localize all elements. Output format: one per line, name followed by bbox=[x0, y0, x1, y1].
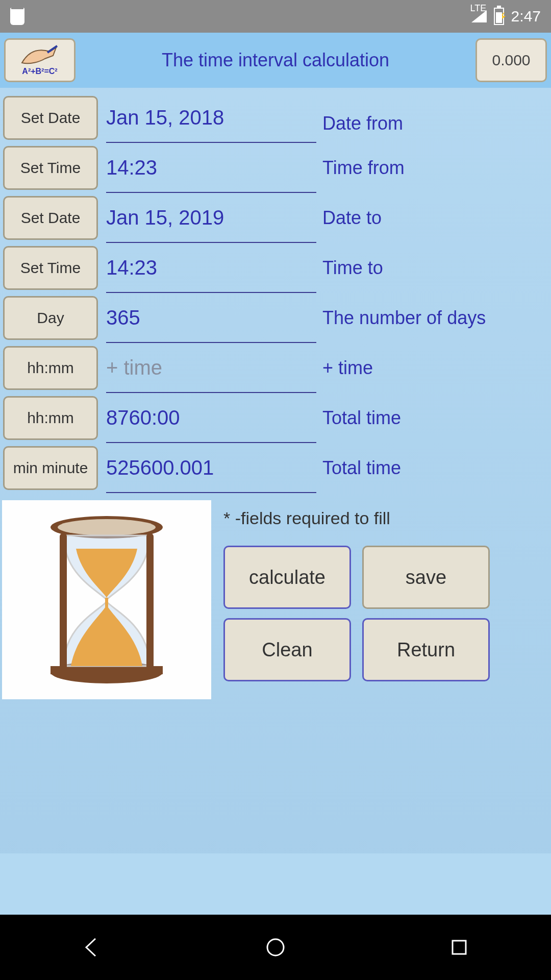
hourglass-image bbox=[2, 500, 211, 699]
set-time-to-button[interactable]: Set Time bbox=[3, 246, 98, 290]
formula-label: A²+B²=C² bbox=[22, 67, 57, 76]
battery-bolt-icon: ⚡ bbox=[497, 12, 507, 21]
date-to-value[interactable]: Jan 15, 2019 bbox=[106, 193, 316, 243]
total-time-2-label: Total time bbox=[322, 443, 551, 493]
action-grid: calculate save Clean Return bbox=[223, 546, 551, 681]
content-area: Set Date Set Time Set Date Set Time Day … bbox=[0, 88, 551, 853]
plus-time-label: + time bbox=[322, 343, 551, 393]
svg-rect-6 bbox=[60, 533, 67, 670]
set-date-from-button[interactable]: Set Date bbox=[3, 96, 98, 140]
footer-area: * -fields required to fill calculate sav… bbox=[0, 500, 551, 699]
page-title: The time interval calculation bbox=[76, 50, 475, 71]
svg-rect-4 bbox=[51, 666, 163, 674]
svg-point-8 bbox=[267, 939, 284, 955]
home-button[interactable] bbox=[253, 924, 298, 970]
hhmm-plus-button[interactable]: hh:mm bbox=[3, 346, 98, 390]
days-value[interactable]: 365 bbox=[106, 293, 316, 343]
back-button[interactable] bbox=[69, 924, 115, 970]
svg-rect-7 bbox=[146, 533, 154, 670]
total-min-value[interactable]: 525600.001 bbox=[106, 443, 316, 493]
num-days-label: The number of days bbox=[322, 293, 551, 343]
save-button[interactable]: save bbox=[362, 546, 490, 609]
svg-point-2 bbox=[58, 519, 156, 535]
status-bar: LTE ⚡ 2:47 bbox=[0, 0, 551, 33]
time-from-value[interactable]: 14:23 bbox=[106, 143, 316, 193]
clean-button[interactable]: Clean bbox=[223, 618, 351, 681]
time-to-label: Time to bbox=[322, 243, 551, 293]
date-from-value[interactable]: Jan 15, 2018 bbox=[106, 93, 316, 143]
date-from-label: Date from bbox=[322, 104, 551, 143]
set-date-to-button[interactable]: Set Date bbox=[3, 196, 98, 240]
total-hhmm-value[interactable]: 8760:00 bbox=[106, 393, 316, 443]
columns-area: Set Date Set Time Set Date Set Time Day … bbox=[0, 93, 551, 493]
plus-time-placeholder: + time bbox=[106, 356, 162, 379]
svg-rect-9 bbox=[453, 941, 466, 954]
signal-icon bbox=[471, 10, 487, 22]
recents-button[interactable] bbox=[436, 924, 482, 970]
back-icon bbox=[80, 936, 104, 959]
time-to-value[interactable]: 14:23 bbox=[106, 243, 316, 293]
date-to-label: Date to bbox=[322, 193, 551, 243]
plus-time-input[interactable]: + time bbox=[106, 343, 316, 393]
status-clock: 2:47 bbox=[511, 8, 541, 25]
set-time-from-button[interactable]: Set Time bbox=[3, 146, 98, 190]
recents-icon bbox=[447, 936, 471, 959]
calculate-button[interactable]: calculate bbox=[223, 546, 351, 609]
android-nav-bar bbox=[0, 915, 551, 980]
header-value-display[interactable]: 0.000 bbox=[475, 38, 547, 82]
day-button[interactable]: Day bbox=[3, 296, 98, 340]
value-column: Jan 15, 2018 14:23 Jan 15, 2019 14:23 36… bbox=[98, 93, 316, 493]
home-icon bbox=[264, 936, 287, 959]
sd-card-icon bbox=[10, 8, 24, 25]
app-header: A²+B²=C² The time interval calculation 0… bbox=[0, 33, 551, 88]
total-time-1-label: Total time bbox=[322, 393, 551, 443]
left-button-column: Set Date Set Time Set Date Set Time Day … bbox=[3, 93, 98, 493]
footer-right: * -fields required to fill calculate sav… bbox=[211, 500, 551, 699]
return-button[interactable]: Return bbox=[362, 618, 490, 681]
app-logo-button[interactable]: A²+B²=C² bbox=[4, 38, 76, 82]
status-left bbox=[10, 8, 24, 25]
time-from-label: Time from bbox=[322, 143, 551, 193]
signal-container: LTE bbox=[471, 10, 487, 22]
label-column: Date from Time from Date to Time to The … bbox=[316, 93, 551, 493]
battery-icon: ⚡ bbox=[494, 8, 504, 25]
hhmm-total-button[interactable]: hh:mm bbox=[3, 396, 98, 440]
status-right: LTE ⚡ 2:47 bbox=[471, 8, 541, 25]
fields-required-note: * -fields required to fill bbox=[223, 508, 551, 528]
hourglass-icon bbox=[40, 513, 173, 687]
min-minute-button[interactable]: min minute bbox=[3, 446, 98, 490]
svg-rect-5 bbox=[105, 598, 108, 608]
hand-writing-icon bbox=[19, 44, 60, 67]
